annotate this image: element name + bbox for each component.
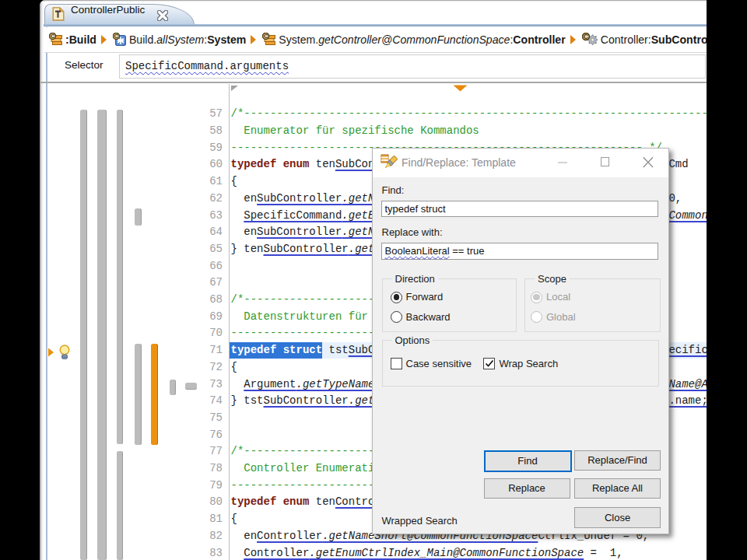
svg-text:C: C [584, 33, 589, 40]
svg-text:C: C [51, 33, 55, 40]
svg-text:C: C [264, 33, 268, 40]
svg-text:C: C [114, 33, 119, 40]
